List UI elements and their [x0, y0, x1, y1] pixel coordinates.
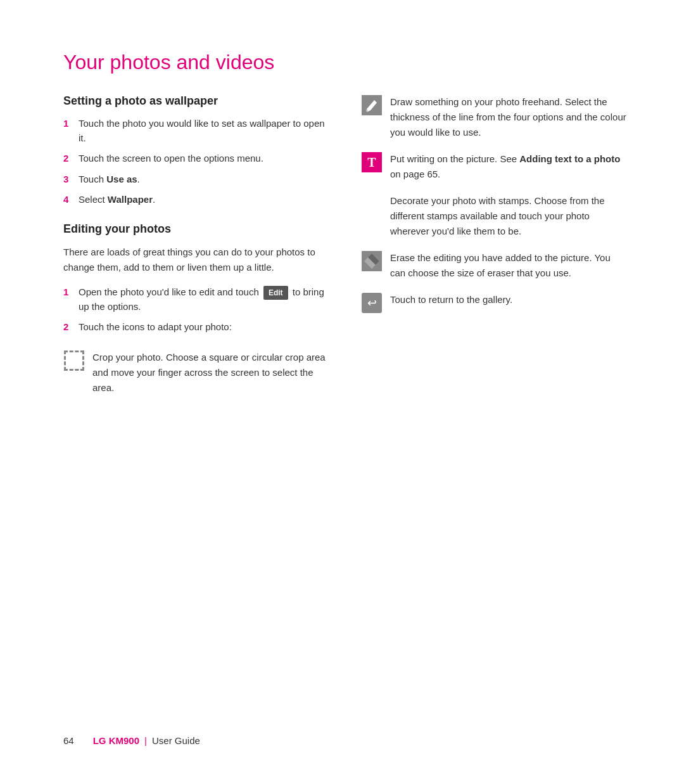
footer-divider: |	[144, 735, 147, 746]
section2-list: 1 Open the photo you'd like to edit and …	[63, 285, 329, 335]
step-number: 2	[63, 320, 72, 335]
crop-icon-box	[63, 350, 85, 371]
step-text: Select Wallpaper.	[79, 193, 329, 207]
list-item: 3 Touch Use as.	[63, 172, 329, 187]
stamp-icon-box	[361, 193, 383, 215]
step-text: Touch the photo you would like to set as…	[79, 117, 329, 145]
section2-intro: There are loads of great things you can …	[63, 245, 329, 275]
undo-icon-para: ↩ Touch to return to the gallery.	[361, 292, 627, 314]
list-item: 2 Touch the icons to adapt your photo:	[63, 320, 329, 335]
text-icon-box: T	[361, 151, 383, 173]
stamp-icon-para: Decorate your photo with stamps. Choose …	[361, 193, 627, 239]
undo-description: Touch to return to the gallery.	[390, 292, 627, 307]
list-item: 1 Touch the photo you would like to set …	[63, 117, 329, 145]
section2-heading: Editing your photos	[63, 222, 329, 236]
step-number: 1	[63, 285, 72, 314]
step-text: Touch the screen to open the options men…	[79, 151, 329, 166]
edit-button-inline: Edit	[263, 286, 288, 300]
undo-icon: ↩	[362, 293, 382, 313]
eraser-icon-para: Erase the editing you have added to the …	[361, 250, 627, 281]
pencil-description: Draw something on your photo freehand. S…	[390, 94, 627, 140]
crop-description: Crop your photo. Choose a square or circ…	[92, 350, 329, 395]
step-text: Touch the icons to adapt your photo:	[79, 320, 329, 335]
eraser-description: Erase the editing you have added to the …	[390, 250, 627, 281]
footer-guide: User Guide	[152, 735, 200, 746]
list-item: 1 Open the photo you'd like to edit and …	[63, 285, 329, 314]
crop-icon	[64, 350, 84, 371]
step-number: 1	[63, 117, 72, 145]
pencil-icon-box	[361, 94, 383, 116]
step-number: 2	[63, 151, 72, 166]
footer-brand: LG KM900	[93, 735, 139, 746]
eraser-icon-box	[361, 250, 383, 272]
step-text: Touch Use as.	[79, 172, 329, 187]
step-text: Open the photo you'd like to edit and to…	[79, 285, 329, 314]
undo-icon-box: ↩	[361, 292, 383, 314]
step-number: 3	[63, 172, 72, 187]
list-item: 2 Touch the screen to open the options m…	[63, 151, 329, 166]
list-item: 4 Select Wallpaper.	[63, 193, 329, 207]
page-container: Your photos and videos Setting a photo a…	[0, 0, 684, 784]
crop-icon-para: Crop your photo. Choose a square or circ…	[63, 350, 329, 395]
columns-layout: Setting a photo as wallpaper 1 Touch the…	[63, 94, 627, 407]
right-column: Draw something on your photo freehand. S…	[361, 94, 627, 407]
text-icon-para: T Put writing on the picture. See Adding…	[361, 151, 627, 182]
section1-list: 1 Touch the photo you would like to set …	[63, 117, 329, 207]
text-T-icon: T	[362, 152, 382, 172]
section1-heading: Setting a photo as wallpaper	[63, 94, 329, 108]
step-number: 4	[63, 193, 72, 207]
page-number: 64	[63, 735, 74, 746]
stamp-description: Decorate your photo with stamps. Choose …	[390, 193, 627, 239]
stamp-spacer	[362, 194, 382, 214]
text-description: Put writing on the picture. See Adding t…	[390, 151, 627, 182]
page-title: Your photos and videos	[63, 51, 627, 74]
eraser-icon	[362, 251, 382, 271]
left-column: Setting a photo as wallpaper 1 Touch the…	[63, 94, 329, 407]
footer: 64 LG KM900 | User Guide	[0, 735, 684, 746]
pencil-icon	[362, 95, 382, 115]
pencil-icon-para: Draw something on your photo freehand. S…	[361, 94, 627, 140]
